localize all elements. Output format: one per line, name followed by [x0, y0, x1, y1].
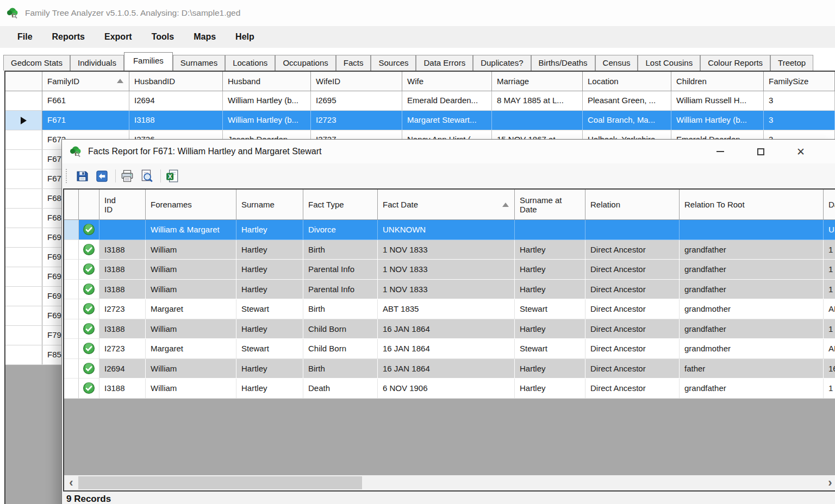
column-header-fact-type[interactable]: Fact Type [303, 190, 378, 219]
column-header-familysize[interactable]: FamilySize [764, 72, 835, 91]
print-button[interactable] [119, 167, 136, 185]
close-button[interactable]: ✕ [781, 141, 821, 162]
tab-surnames[interactable]: Surnames [173, 55, 225, 71]
tab-census[interactable]: Census [595, 55, 638, 71]
cell-wife[interactable]: Margaret Stewart... [402, 111, 492, 130]
column-header-relation-to-root[interactable]: Relation To Root [680, 190, 824, 219]
tab-treetops[interactable]: Treetop [770, 55, 813, 71]
row-indicator-cell[interactable] [64, 220, 79, 240]
fact-row[interactable]: I2694 William Hartley Birth 16 JAN 1864 … [64, 359, 835, 379]
cell-husband[interactable]: William Hartley (b... [223, 91, 311, 110]
column-header-marriage[interactable]: Marriage [492, 72, 583, 91]
tab-gedcom-stats[interactable]: Gedcom Stats [3, 55, 70, 71]
column-header-familyid[interactable]: FamilyID [42, 72, 129, 91]
tab-individuals[interactable]: Individuals [70, 55, 124, 71]
icon-cell[interactable] [79, 240, 99, 260]
families-grid-header: FamilyID HusbandID Husband WifeID Wife M… [5, 72, 835, 91]
cell-husbandid[interactable]: I3188 [129, 111, 223, 130]
tab-duplicates[interactable]: Duplicates? [473, 55, 531, 71]
fact-row-selected[interactable]: William & Margaret Hartley Divorce UNKNO… [64, 220, 835, 240]
column-header-surname[interactable]: Surname [236, 190, 303, 219]
save-button[interactable] [73, 167, 91, 185]
icon-cell[interactable] [79, 299, 99, 319]
cell-familysize[interactable]: 3 [764, 111, 835, 130]
menu-file[interactable]: File [8, 26, 42, 48]
icon-cell[interactable] [79, 260, 99, 280]
column-header-wifeid[interactable]: WifeID [311, 72, 402, 91]
tab-occupations[interactable]: Occupations [275, 55, 335, 71]
family-row-f671-selected[interactable]: F671 I3188 William Hartley (b... I2723 M… [5, 111, 835, 130]
cell-wife[interactable]: Emerald Dearden... [402, 91, 492, 110]
icon-cell[interactable] [79, 359, 99, 379]
minimize-button[interactable] [700, 141, 740, 162]
check-circle-icon [83, 243, 95, 256]
menu-help[interactable]: Help [226, 26, 264, 48]
scrollbar-track[interactable] [78, 475, 823, 490]
tab-facts[interactable]: Facts [336, 55, 371, 71]
column-header-children[interactable]: Children [671, 72, 764, 91]
cell-location[interactable]: Coal Branch, Ma... [583, 111, 671, 130]
icon-cell[interactable] [79, 339, 99, 359]
cell-husband[interactable]: William Hartley (b... [223, 111, 311, 130]
column-header-location[interactable]: Location [583, 72, 671, 91]
cell-children[interactable]: William Russell H... [671, 91, 764, 110]
back-button[interactable] [93, 167, 110, 185]
cell-wifeid[interactable]: I2695 [311, 91, 402, 110]
tab-lost-cousins[interactable]: Lost Cousins [638, 55, 700, 71]
scrollbar-thumb[interactable] [78, 476, 362, 489]
menu-tools[interactable]: Tools [142, 26, 184, 48]
icon-cell[interactable] [79, 379, 99, 399]
tab-sources[interactable]: Sources [371, 55, 416, 71]
icon-cell[interactable] [79, 319, 99, 339]
row-header-current[interactable] [5, 111, 42, 130]
column-header-fact-date[interactable]: Fact Date [378, 190, 515, 219]
tab-data-errors[interactable]: Data Errors [416, 55, 473, 71]
column-header-relation[interactable]: Relation [585, 190, 680, 219]
icon-cell[interactable] [79, 280, 99, 300]
cell-children[interactable]: William Hartley (b... [671, 111, 764, 130]
tab-colour-reports[interactable]: Colour Reports [700, 55, 770, 71]
fact-row[interactable]: I3188 William Hartley Parental Info 1 NO… [64, 260, 835, 280]
icon-cell[interactable] [79, 220, 99, 240]
cell-husbandid[interactable]: I2694 [129, 91, 223, 110]
check-circle-icon [83, 223, 95, 236]
fact-row[interactable]: I2723 Margaret Stewart Child Born 16 JAN… [64, 339, 835, 359]
tab-families[interactable]: Families [124, 52, 173, 71]
column-header-wife[interactable]: Wife [402, 72, 492, 91]
cell-familyid[interactable]: F671 [42, 111, 129, 130]
scroll-left-icon[interactable]: ‹ [64, 475, 78, 490]
cell-familyid[interactable]: F661 [42, 91, 129, 110]
excel-icon: X [165, 169, 179, 183]
scroll-right-icon[interactable]: › [823, 475, 835, 490]
row-header[interactable] [5, 91, 42, 110]
column-header-surname-at-date[interactable]: Surname at Date [515, 190, 585, 219]
menu-export[interactable]: Export [95, 26, 142, 48]
cell-location[interactable]: Pleasant Green, ... [583, 91, 671, 110]
cell-marriage[interactable] [492, 111, 583, 130]
fact-row[interactable]: I3188 William Hartley Death 6 NOV 1906 H… [64, 379, 835, 399]
cell-wifeid[interactable]: I2723 [311, 111, 402, 130]
cell-marriage[interactable]: 8 MAY 1885 at L... [492, 91, 583, 110]
column-header-ind-id[interactable]: Ind ID [99, 190, 146, 219]
tab-births-deaths[interactable]: Births/Deaths [531, 55, 595, 71]
export-excel-button[interactable]: X [164, 167, 181, 185]
row-header[interactable] [5, 130, 42, 149]
menu-reports[interactable]: Reports [42, 26, 95, 48]
column-header-forenames[interactable]: Forenames [146, 190, 236, 219]
column-header-husband[interactable]: Husband [223, 72, 311, 91]
maximize-button[interactable] [740, 141, 781, 162]
fact-row[interactable]: I3188 William Hartley Child Born 16 JAN … [64, 319, 835, 339]
icon-column-header [79, 190, 99, 219]
menu-maps[interactable]: Maps [184, 26, 226, 48]
cell-familysize[interactable]: 3 [764, 91, 835, 110]
column-header-husbandid[interactable]: HusbandID [129, 72, 223, 91]
print-preview-button[interactable] [138, 167, 155, 185]
horizontal-scrollbar[interactable]: ‹ › [64, 475, 835, 490]
fact-row[interactable]: I2723 Margaret Stewart Birth ABT 1835 St… [64, 299, 835, 319]
facts-window-titlebar[interactable]: Facts Report for F671: William Hartley a… [62, 140, 835, 163]
tab-locations[interactable]: Locations [225, 55, 275, 71]
fact-row[interactable]: I3188 William Hartley Parental Info 1 NO… [64, 280, 835, 300]
column-header-date-clipped[interactable]: Dat [824, 190, 835, 219]
fact-row[interactable]: I3188 William Hartley Birth 1 NOV 1833 H… [64, 240, 835, 260]
family-row-f661[interactable]: F661 I2694 William Hartley (b... I2695 E… [5, 91, 835, 111]
